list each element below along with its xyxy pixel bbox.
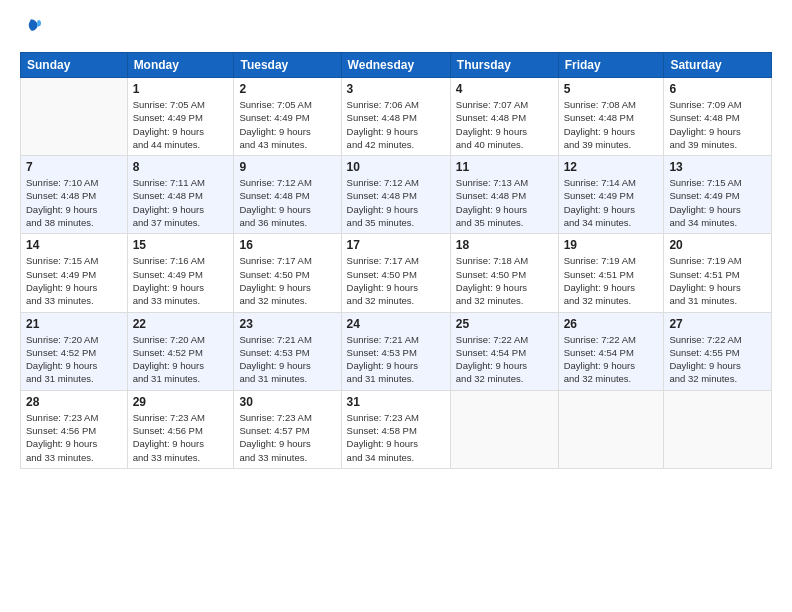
table-row: 8Sunrise: 7:11 AMSunset: 4:48 PMDaylight… bbox=[127, 156, 234, 234]
day-number: 24 bbox=[347, 317, 445, 331]
header bbox=[20, 16, 772, 42]
col-thursday: Thursday bbox=[450, 53, 558, 78]
calendar-week-row: 21Sunrise: 7:20 AMSunset: 4:52 PMDayligh… bbox=[21, 312, 772, 390]
day-number: 12 bbox=[564, 160, 659, 174]
day-number: 20 bbox=[669, 238, 766, 252]
day-number: 18 bbox=[456, 238, 553, 252]
day-number: 28 bbox=[26, 395, 122, 409]
table-row: 15Sunrise: 7:16 AMSunset: 4:49 PMDayligh… bbox=[127, 234, 234, 312]
table-row: 7Sunrise: 7:10 AMSunset: 4:48 PMDaylight… bbox=[21, 156, 128, 234]
table-row: 12Sunrise: 7:14 AMSunset: 4:49 PMDayligh… bbox=[558, 156, 664, 234]
table-row: 30Sunrise: 7:23 AMSunset: 4:57 PMDayligh… bbox=[234, 390, 341, 468]
table-row: 14Sunrise: 7:15 AMSunset: 4:49 PMDayligh… bbox=[21, 234, 128, 312]
table-row bbox=[450, 390, 558, 468]
col-tuesday: Tuesday bbox=[234, 53, 341, 78]
table-row: 28Sunrise: 7:23 AMSunset: 4:56 PMDayligh… bbox=[21, 390, 128, 468]
table-row: 13Sunrise: 7:15 AMSunset: 4:49 PMDayligh… bbox=[664, 156, 772, 234]
day-info: Sunrise: 7:23 AMSunset: 4:56 PMDaylight:… bbox=[133, 411, 229, 464]
table-row: 26Sunrise: 7:22 AMSunset: 4:54 PMDayligh… bbox=[558, 312, 664, 390]
calendar: Sunday Monday Tuesday Wednesday Thursday… bbox=[20, 52, 772, 469]
table-row bbox=[21, 78, 128, 156]
table-row: 9Sunrise: 7:12 AMSunset: 4:48 PMDaylight… bbox=[234, 156, 341, 234]
day-number: 22 bbox=[133, 317, 229, 331]
table-row: 18Sunrise: 7:18 AMSunset: 4:50 PMDayligh… bbox=[450, 234, 558, 312]
table-row bbox=[664, 390, 772, 468]
day-info: Sunrise: 7:22 AMSunset: 4:55 PMDaylight:… bbox=[669, 333, 766, 386]
table-row: 5Sunrise: 7:08 AMSunset: 4:48 PMDaylight… bbox=[558, 78, 664, 156]
day-number: 16 bbox=[239, 238, 335, 252]
day-number: 25 bbox=[456, 317, 553, 331]
table-row: 31Sunrise: 7:23 AMSunset: 4:58 PMDayligh… bbox=[341, 390, 450, 468]
table-row: 27Sunrise: 7:22 AMSunset: 4:55 PMDayligh… bbox=[664, 312, 772, 390]
day-number: 23 bbox=[239, 317, 335, 331]
day-info: Sunrise: 7:15 AMSunset: 4:49 PMDaylight:… bbox=[26, 254, 122, 307]
day-info: Sunrise: 7:22 AMSunset: 4:54 PMDaylight:… bbox=[564, 333, 659, 386]
table-row: 23Sunrise: 7:21 AMSunset: 4:53 PMDayligh… bbox=[234, 312, 341, 390]
table-row: 16Sunrise: 7:17 AMSunset: 4:50 PMDayligh… bbox=[234, 234, 341, 312]
day-number: 2 bbox=[239, 82, 335, 96]
day-info: Sunrise: 7:05 AMSunset: 4:49 PMDaylight:… bbox=[133, 98, 229, 151]
table-row: 1Sunrise: 7:05 AMSunset: 4:49 PMDaylight… bbox=[127, 78, 234, 156]
day-info: Sunrise: 7:23 AMSunset: 4:58 PMDaylight:… bbox=[347, 411, 445, 464]
logo-bird-icon bbox=[20, 16, 42, 38]
day-number: 15 bbox=[133, 238, 229, 252]
page: Sunday Monday Tuesday Wednesday Thursday… bbox=[0, 0, 792, 612]
table-row: 4Sunrise: 7:07 AMSunset: 4:48 PMDaylight… bbox=[450, 78, 558, 156]
calendar-week-row: 14Sunrise: 7:15 AMSunset: 4:49 PMDayligh… bbox=[21, 234, 772, 312]
table-row: 24Sunrise: 7:21 AMSunset: 4:53 PMDayligh… bbox=[341, 312, 450, 390]
day-number: 26 bbox=[564, 317, 659, 331]
day-info: Sunrise: 7:05 AMSunset: 4:49 PMDaylight:… bbox=[239, 98, 335, 151]
calendar-week-row: 28Sunrise: 7:23 AMSunset: 4:56 PMDayligh… bbox=[21, 390, 772, 468]
day-number: 5 bbox=[564, 82, 659, 96]
table-row: 11Sunrise: 7:13 AMSunset: 4:48 PMDayligh… bbox=[450, 156, 558, 234]
day-info: Sunrise: 7:17 AMSunset: 4:50 PMDaylight:… bbox=[347, 254, 445, 307]
table-row: 2Sunrise: 7:05 AMSunset: 4:49 PMDaylight… bbox=[234, 78, 341, 156]
day-number: 9 bbox=[239, 160, 335, 174]
col-sunday: Sunday bbox=[21, 53, 128, 78]
day-number: 10 bbox=[347, 160, 445, 174]
table-row: 21Sunrise: 7:20 AMSunset: 4:52 PMDayligh… bbox=[21, 312, 128, 390]
day-number: 6 bbox=[669, 82, 766, 96]
col-saturday: Saturday bbox=[664, 53, 772, 78]
day-info: Sunrise: 7:06 AMSunset: 4:48 PMDaylight:… bbox=[347, 98, 445, 151]
day-info: Sunrise: 7:15 AMSunset: 4:49 PMDaylight:… bbox=[669, 176, 766, 229]
day-number: 3 bbox=[347, 82, 445, 96]
day-info: Sunrise: 7:23 AMSunset: 4:56 PMDaylight:… bbox=[26, 411, 122, 464]
day-info: Sunrise: 7:07 AMSunset: 4:48 PMDaylight:… bbox=[456, 98, 553, 151]
day-info: Sunrise: 7:09 AMSunset: 4:48 PMDaylight:… bbox=[669, 98, 766, 151]
day-number: 1 bbox=[133, 82, 229, 96]
table-row: 25Sunrise: 7:22 AMSunset: 4:54 PMDayligh… bbox=[450, 312, 558, 390]
logo bbox=[20, 16, 46, 42]
calendar-week-row: 1Sunrise: 7:05 AMSunset: 4:49 PMDaylight… bbox=[21, 78, 772, 156]
day-info: Sunrise: 7:23 AMSunset: 4:57 PMDaylight:… bbox=[239, 411, 335, 464]
table-row bbox=[558, 390, 664, 468]
calendar-header-row: Sunday Monday Tuesday Wednesday Thursday… bbox=[21, 53, 772, 78]
day-info: Sunrise: 7:11 AMSunset: 4:48 PMDaylight:… bbox=[133, 176, 229, 229]
day-number: 31 bbox=[347, 395, 445, 409]
day-info: Sunrise: 7:21 AMSunset: 4:53 PMDaylight:… bbox=[239, 333, 335, 386]
day-info: Sunrise: 7:22 AMSunset: 4:54 PMDaylight:… bbox=[456, 333, 553, 386]
col-wednesday: Wednesday bbox=[341, 53, 450, 78]
day-info: Sunrise: 7:21 AMSunset: 4:53 PMDaylight:… bbox=[347, 333, 445, 386]
day-number: 17 bbox=[347, 238, 445, 252]
day-info: Sunrise: 7:19 AMSunset: 4:51 PMDaylight:… bbox=[564, 254, 659, 307]
day-number: 13 bbox=[669, 160, 766, 174]
day-number: 19 bbox=[564, 238, 659, 252]
table-row: 6Sunrise: 7:09 AMSunset: 4:48 PMDaylight… bbox=[664, 78, 772, 156]
col-friday: Friday bbox=[558, 53, 664, 78]
day-number: 7 bbox=[26, 160, 122, 174]
day-info: Sunrise: 7:08 AMSunset: 4:48 PMDaylight:… bbox=[564, 98, 659, 151]
day-info: Sunrise: 7:12 AMSunset: 4:48 PMDaylight:… bbox=[347, 176, 445, 229]
day-number: 4 bbox=[456, 82, 553, 96]
table-row: 20Sunrise: 7:19 AMSunset: 4:51 PMDayligh… bbox=[664, 234, 772, 312]
day-number: 30 bbox=[239, 395, 335, 409]
day-info: Sunrise: 7:19 AMSunset: 4:51 PMDaylight:… bbox=[669, 254, 766, 307]
day-number: 29 bbox=[133, 395, 229, 409]
day-info: Sunrise: 7:20 AMSunset: 4:52 PMDaylight:… bbox=[133, 333, 229, 386]
day-info: Sunrise: 7:13 AMSunset: 4:48 PMDaylight:… bbox=[456, 176, 553, 229]
day-info: Sunrise: 7:10 AMSunset: 4:48 PMDaylight:… bbox=[26, 176, 122, 229]
day-info: Sunrise: 7:17 AMSunset: 4:50 PMDaylight:… bbox=[239, 254, 335, 307]
table-row: 17Sunrise: 7:17 AMSunset: 4:50 PMDayligh… bbox=[341, 234, 450, 312]
day-info: Sunrise: 7:16 AMSunset: 4:49 PMDaylight:… bbox=[133, 254, 229, 307]
day-number: 11 bbox=[456, 160, 553, 174]
